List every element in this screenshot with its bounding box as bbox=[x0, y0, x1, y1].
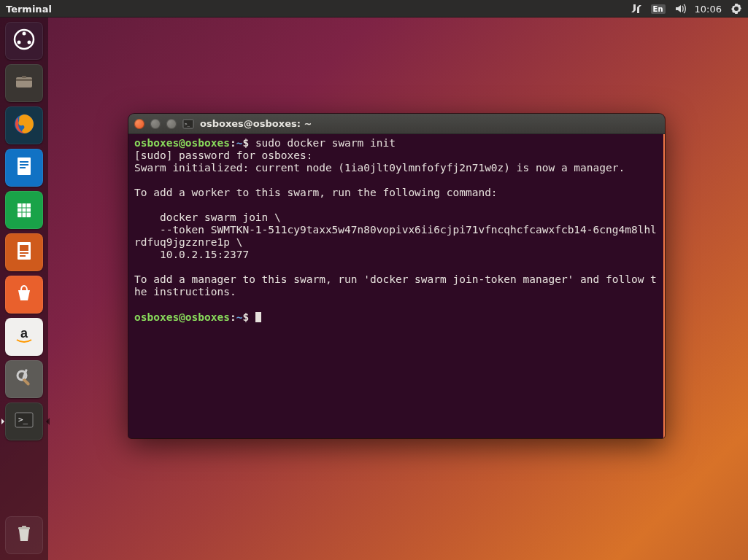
terminal-line: To add a manager to this swarm, run 'doc… bbox=[134, 273, 658, 298]
cursor bbox=[255, 312, 261, 322]
prompt-dollar: $ bbox=[242, 137, 255, 149]
unity-launcher: a >_ bbox=[0, 18, 48, 560]
svg-text:a: a bbox=[20, 326, 28, 341]
software-icon[interactable] bbox=[5, 276, 43, 314]
terminal-window: >_ osboxes@osboxes: ~ osboxes@osboxes:~$… bbox=[128, 114, 665, 438]
svg-rect-9 bbox=[20, 161, 28, 163]
terminal-line: osboxes@osboxes:~$ bbox=[134, 311, 658, 324]
svg-point-2 bbox=[18, 41, 21, 44]
calc-icon[interactable] bbox=[5, 191, 43, 229]
svg-text:>_: >_ bbox=[185, 121, 190, 127]
terminal-line: Swarm initialized: current node (1ia0jlt… bbox=[134, 162, 658, 174]
prompt-sep: : bbox=[230, 137, 236, 149]
window-title: osboxes@osboxes: ~ bbox=[200, 118, 312, 129]
prompt-user: osboxes@osboxes bbox=[134, 311, 230, 323]
prompt-sep: : bbox=[230, 311, 236, 323]
running-indicator-icon bbox=[1, 419, 4, 424]
terminal-icon[interactable]: >_ bbox=[5, 402, 43, 440]
top-menu-bar: Terminal En 10:06 bbox=[0, 0, 748, 18]
terminal-line: [sudo] password for osboxes: bbox=[134, 149, 658, 162]
svg-rect-29 bbox=[22, 526, 26, 528]
terminal-line bbox=[134, 199, 658, 211]
svg-rect-6 bbox=[22, 76, 26, 78]
window-close-button[interactable] bbox=[134, 119, 144, 129]
terminal-line: --token SWMTKN-1-511cy9taxx5w47n80vopivx… bbox=[134, 224, 658, 249]
svg-rect-21 bbox=[20, 255, 26, 257]
window-maximize-button[interactable] bbox=[166, 119, 177, 129]
terminal-line: docker swarm join \ bbox=[134, 211, 658, 224]
command-text: sudo docker swarm init bbox=[255, 137, 396, 149]
settings-icon[interactable] bbox=[5, 360, 43, 398]
prompt-user: osboxes@osboxes bbox=[134, 137, 230, 149]
svg-rect-8 bbox=[18, 158, 31, 175]
svg-point-1 bbox=[23, 32, 26, 36]
terminal-line: To add a worker to this swarm, run the f… bbox=[134, 187, 658, 199]
terminal-line bbox=[134, 174, 658, 187]
svg-rect-20 bbox=[20, 252, 28, 254]
svg-rect-10 bbox=[20, 164, 28, 166]
volume-icon[interactable] bbox=[674, 3, 686, 15]
terminal-line: 10.0.2.15:2377 bbox=[134, 249, 658, 261]
terminal-line bbox=[134, 298, 658, 311]
terminal-titlebar-icon: >_ bbox=[182, 118, 194, 130]
system-tray: En 10:06 bbox=[631, 3, 742, 15]
clock[interactable]: 10:06 bbox=[695, 4, 722, 15]
impress-icon[interactable] bbox=[5, 233, 43, 271]
writer-icon[interactable] bbox=[5, 149, 43, 187]
firefox-icon[interactable] bbox=[5, 106, 43, 144]
svg-point-3 bbox=[28, 41, 31, 44]
svg-rect-13 bbox=[18, 200, 31, 203]
svg-rect-11 bbox=[20, 167, 26, 168]
prompt-dollar: $ bbox=[242, 311, 255, 323]
amazon-icon[interactable]: a bbox=[5, 318, 43, 356]
gear-icon[interactable] bbox=[730, 3, 742, 15]
network-icon[interactable] bbox=[631, 3, 642, 15]
terminal-line: osboxes@osboxes:~$ sudo docker swarm ini… bbox=[134, 137, 658, 149]
svg-rect-5 bbox=[16, 79, 32, 81]
dash-icon[interactable] bbox=[5, 22, 43, 60]
keyboard-language-indicator[interactable]: En bbox=[651, 4, 666, 14]
terminal-content[interactable]: osboxes@osboxes:~$ sudo docker swarm ini… bbox=[128, 134, 665, 438]
svg-rect-19 bbox=[20, 245, 28, 251]
window-minimize-button[interactable] bbox=[150, 119, 161, 129]
files-icon[interactable] bbox=[5, 64, 43, 102]
svg-text:>_: >_ bbox=[18, 415, 28, 424]
terminal-line bbox=[134, 261, 658, 273]
active-app-title: Terminal bbox=[6, 4, 52, 15]
window-titlebar[interactable]: >_ osboxes@osboxes: ~ bbox=[128, 114, 665, 134]
trash-icon[interactable] bbox=[5, 516, 43, 554]
